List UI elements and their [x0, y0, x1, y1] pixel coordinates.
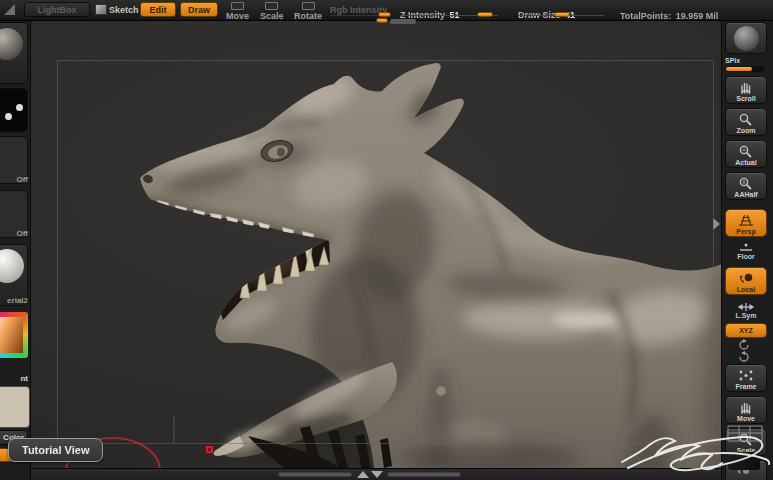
- bottom-tray-bar: [30, 468, 722, 480]
- left-shelf: Off Off erial2 nt Color ate: [0, 20, 31, 480]
- tutorial-view-button[interactable]: Tutorial View: [8, 438, 103, 462]
- scale-icon: [265, 2, 278, 10]
- lightbox-label: LightBox: [38, 5, 77, 15]
- stroke-thumbnail[interactable]: [0, 88, 28, 132]
- spix-slider-handle[interactable]: [726, 67, 752, 71]
- frame-button[interactable]: Frame: [725, 364, 767, 392]
- right-shelf: SPix Scroll Zoom Actual AAHalf Persp: [721, 20, 773, 480]
- current-color-swatch[interactable]: [0, 386, 30, 428]
- scale-button[interactable]: Scale: [260, 2, 284, 21]
- grid-button[interactable]: [726, 424, 764, 444]
- gradient-label: nt: [0, 374, 28, 383]
- dark-thumbnail[interactable]: [728, 452, 760, 470]
- doc-frame-bottom: [30, 443, 722, 444]
- spix-label: SPix: [725, 57, 740, 64]
- rgb-intensity-handle[interactable]: [378, 12, 391, 17]
- tool-preview-thumbnail[interactable]: [725, 22, 767, 54]
- corner-marker-icon: [4, 4, 15, 15]
- xyz-button[interactable]: XYZ: [725, 323, 767, 338]
- brush-sphere-icon: [0, 28, 23, 60]
- frame-dots-icon: [738, 369, 754, 382]
- rotate-icon: [302, 2, 315, 10]
- stroke-dot-icon: [5, 113, 12, 120]
- total-points: TotalPoints: 19.959 Mil: [620, 5, 718, 23]
- spix-slider[interactable]: [725, 66, 765, 72]
- sketch-button[interactable]: Sketch: [109, 5, 139, 15]
- draw-button[interactable]: Draw: [180, 2, 218, 17]
- color-picker-square[interactable]: [0, 317, 23, 353]
- floor-icon: [738, 242, 754, 253]
- sculpt-model: [30, 20, 722, 468]
- mini-slider-track[interactable]: [390, 19, 416, 24]
- local-button[interactable]: Local: [725, 267, 767, 295]
- zoom-button[interactable]: Zoom: [725, 108, 767, 136]
- lightbox-button[interactable]: LightBox: [24, 2, 90, 17]
- tray-scrollbar-right[interactable]: [387, 472, 461, 477]
- symmetry-arrows-icon: [736, 302, 756, 312]
- hand-icon: [738, 401, 754, 414]
- magnifier-icon: [738, 177, 754, 190]
- stroke-dot-icon: [16, 104, 23, 111]
- move-button[interactable]: Move: [226, 2, 249, 21]
- aahalf-button[interactable]: AAHalf: [725, 172, 767, 200]
- edit-button[interactable]: Edit: [140, 2, 176, 17]
- spin-arrow-icon[interactable]: [737, 351, 751, 362]
- local-pivot-icon: [738, 272, 754, 285]
- tray-up-arrow-icon[interactable]: [357, 471, 369, 478]
- lsym-button[interactable]: L.Sym: [725, 302, 767, 320]
- alpha-off-label: Off: [0, 175, 28, 184]
- persp-button[interactable]: Persp: [725, 209, 767, 237]
- material-sphere-icon: [0, 249, 24, 283]
- tray-toggle-chevron-icon[interactable]: [713, 218, 720, 230]
- brush-thumbnail[interactable]: [0, 22, 28, 84]
- zbrush-window: LightBox Sketch Edit Draw Move Scale Rot…: [0, 0, 773, 480]
- move-nav-button[interactable]: Move: [725, 396, 767, 424]
- mini-slider-handle[interactable]: [376, 18, 388, 23]
- doc-frame-left: [57, 60, 58, 443]
- tray-scrollbar-left[interactable]: [278, 472, 352, 477]
- floor-button[interactable]: Floor: [725, 242, 767, 261]
- move-icon: [231, 2, 244, 10]
- magnifier-icon: [738, 145, 754, 158]
- scroll-button[interactable]: Scroll: [725, 76, 767, 104]
- texture-off-label: Off: [0, 229, 28, 238]
- hand-icon: [738, 81, 754, 94]
- actual-button[interactable]: Actual: [725, 140, 767, 168]
- perspective-grid-icon: [738, 214, 754, 227]
- material-label: erial2: [0, 296, 28, 305]
- sculpt-viewport[interactable]: [30, 20, 722, 468]
- tool-preview-sphere-icon: [734, 26, 759, 51]
- color-picker[interactable]: [0, 312, 28, 358]
- doc-frame-right: [713, 60, 714, 443]
- spin-arrow-icon[interactable]: [737, 339, 751, 350]
- rotate-button[interactable]: Rotate: [294, 2, 322, 21]
- tray-down-arrow-icon[interactable]: [371, 471, 383, 478]
- draw-size-handle[interactable]: [554, 12, 570, 17]
- z-intensity-handle[interactable]: [477, 12, 493, 17]
- sketch-cube-icon: [95, 4, 107, 15]
- magnifier-icon: [738, 113, 754, 126]
- doc-frame-top: [57, 60, 713, 61]
